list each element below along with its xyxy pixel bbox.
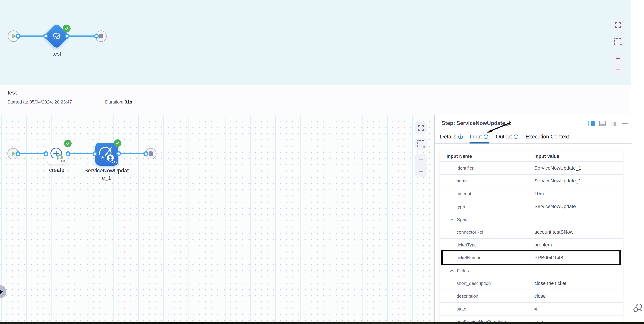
node-port xyxy=(116,151,121,156)
node-port xyxy=(16,151,20,156)
stage-node-label: test xyxy=(40,51,74,57)
fit-to-screen-button[interactable] xyxy=(612,19,624,31)
layout-bottom-panel-button[interactable] xyxy=(600,121,606,126)
fullscreen-icon xyxy=(418,125,424,131)
panel-layout-controls xyxy=(588,121,628,126)
node-port xyxy=(43,34,48,39)
node-port xyxy=(94,34,99,39)
fit-to-screen-button[interactable] xyxy=(415,122,426,134)
table-row: short_description close the ticket xyxy=(440,277,623,290)
tab-execution-context[interactable]: Execution Context xyxy=(526,134,569,140)
zoom-out-button[interactable]: − xyxy=(616,66,620,74)
step-node-servicenowupdate[interactable]: </> xyxy=(95,143,118,166)
chevron-right-icon xyxy=(0,290,3,294)
node-port xyxy=(66,151,70,156)
input-table: Input Name Input Value identifier Servic… xyxy=(440,151,623,322)
layout-right-panel-button[interactable] xyxy=(588,121,594,126)
node-port xyxy=(92,151,97,156)
step-node-label: create xyxy=(40,167,74,173)
node-port xyxy=(16,34,20,39)
zoom-in-button[interactable]: + xyxy=(419,156,423,164)
step-node-label: ServiceNowUpdate_1 xyxy=(83,167,130,182)
annotation-highlight-box xyxy=(441,250,621,265)
execution-info-bar: test Started at: 05/04/2024, 20:23:47 Du… xyxy=(0,85,631,115)
section-spec-toggle[interactable]: Spec xyxy=(440,213,623,226)
marquee-select-icon xyxy=(614,38,621,45)
marquee-select-icon xyxy=(418,140,424,147)
table-row: timeout 10m xyxy=(440,187,623,200)
success-badge xyxy=(114,139,122,147)
column-input-value: Input Value xyxy=(534,154,559,159)
step-node-create[interactable]: </> xyxy=(47,144,67,164)
step-details-panel: Step: ServiceNowUpdate_1 Details Input O… xyxy=(434,115,632,322)
table-header: Input Name Input Value xyxy=(440,151,623,162)
zoom-in-button[interactable]: + xyxy=(616,55,620,62)
fullscreen-icon xyxy=(615,22,621,28)
play-icon xyxy=(12,151,16,156)
chevron-up-icon xyxy=(450,269,454,272)
desktop-background-strip xyxy=(0,322,644,324)
help-chat-button[interactable] xyxy=(633,303,643,312)
layout-floating-panel-button[interactable] xyxy=(611,121,617,126)
table-row: connectorRef account.testSNow xyxy=(440,226,623,239)
annotation-arrow xyxy=(483,121,516,138)
barrier-check-icon xyxy=(51,31,62,42)
chevron-up-icon xyxy=(450,218,454,221)
select-area-button[interactable] xyxy=(612,36,624,48)
node-port xyxy=(143,151,148,156)
stop-icon xyxy=(148,151,153,156)
stage-graph-canvas[interactable]: test + − xyxy=(0,0,631,85)
pipeline-edge xyxy=(18,153,146,154)
table-row: ticketType problem xyxy=(440,239,623,251)
table-row: name ServiceNowUpdate_1 xyxy=(440,175,623,187)
column-input-name: Input Name xyxy=(446,154,528,159)
info-icon xyxy=(458,134,463,139)
pipeline-name: test xyxy=(8,90,17,96)
step-graph-canvas[interactable]: </> </> create ServiceNowUpdate_1 xyxy=(0,115,434,322)
zoom-controls: + − xyxy=(415,154,426,177)
tab-details[interactable]: Details xyxy=(440,134,463,140)
table-row: description close xyxy=(440,290,623,303)
table-row: state 4 xyxy=(440,303,623,315)
code-icon: </> xyxy=(112,160,116,165)
success-badge xyxy=(62,25,70,33)
zoom-controls: + − xyxy=(612,53,624,76)
duration: Duration: 31s xyxy=(105,99,132,105)
divider xyxy=(435,143,632,144)
window-right-border xyxy=(631,0,632,322)
table-row: identifier ServiceNowUpdate_1 xyxy=(440,162,623,175)
table-row: useServiceNowTemplate false xyxy=(440,315,623,322)
started-at: Started at: 05/04/2024, 20:23:47 xyxy=(8,99,72,105)
success-badge xyxy=(64,140,72,147)
select-area-button[interactable] xyxy=(415,138,426,150)
node-port xyxy=(44,151,48,156)
minimize-panel-button[interactable] xyxy=(622,123,628,124)
code-icon: </> xyxy=(60,159,65,163)
node-port xyxy=(65,34,70,39)
table-row: type ServiceNowUpdate xyxy=(440,200,623,213)
zoom-out-button[interactable]: − xyxy=(419,167,423,175)
section-fields-toggle[interactable]: Fields xyxy=(440,264,623,277)
stop-icon xyxy=(99,34,103,39)
